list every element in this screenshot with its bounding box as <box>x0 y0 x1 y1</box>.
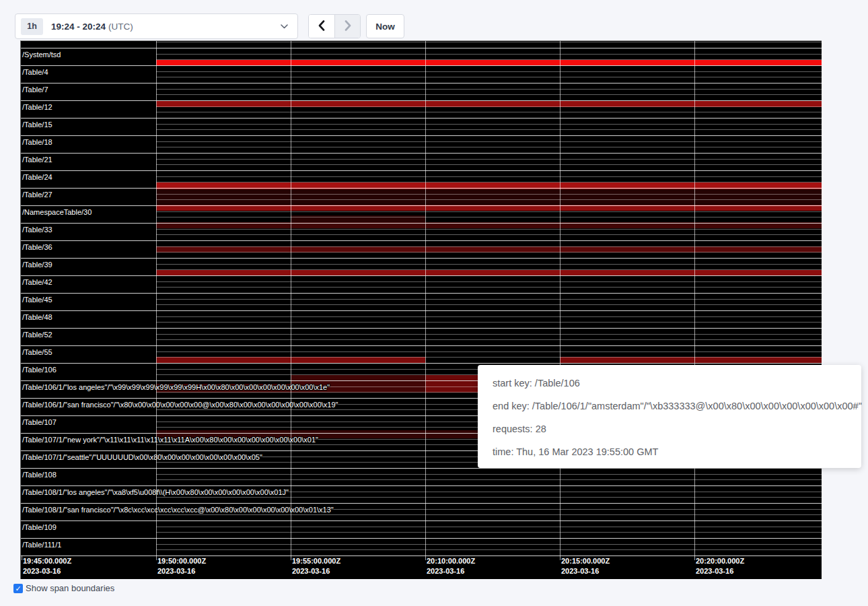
row-label: /Table/52 <box>22 331 52 339</box>
row-boundary-line <box>21 65 822 66</box>
range-text: 19:24 - 20:24 <box>51 22 106 32</box>
axis-tick <box>22 556 22 560</box>
axis-tick-time: 19:50:00.000Z <box>157 557 206 565</box>
row-boundary-line <box>21 188 822 189</box>
row-boundary-line <box>21 503 822 504</box>
span-boundary-line <box>156 234 822 235</box>
row-label: /Table/42 <box>22 278 52 286</box>
span-boundary-line <box>156 217 822 217</box>
row-boundary-line <box>21 310 822 311</box>
row-boundary-line <box>21 118 822 119</box>
span-boundary-line <box>156 129 822 130</box>
row-boundary-line <box>21 135 822 136</box>
toolbar: 1h 19:24 - 20:24 (UTC) Now <box>0 0 868 40</box>
span-boundary-line <box>156 194 822 195</box>
span-boundary-line <box>156 334 822 335</box>
axis-tick-date: 2023-03-16 <box>157 567 195 575</box>
show-span-boundaries-control[interactable]: ✓ Show span boundaries <box>13 583 114 593</box>
row-boundary-line <box>21 240 822 241</box>
span-boundary-line <box>156 89 822 90</box>
sample-boundary-line <box>694 41 695 560</box>
row-boundary-line <box>21 468 822 469</box>
axis-tick-time: 19:45:00.000Z <box>23 557 71 565</box>
range-nav-group <box>308 14 361 38</box>
axis-tick-date: 2023-03-16 <box>292 567 330 575</box>
span-boundary-line <box>156 106 822 107</box>
row-boundary-line <box>21 258 822 259</box>
show-span-boundaries-label: Show span boundaries <box>26 583 114 593</box>
row-boundary-line <box>21 48 822 48</box>
sample-boundary-line <box>425 41 426 560</box>
row-label: /Table/12 <box>22 103 52 111</box>
row-label: /Table/36 <box>22 243 52 251</box>
row-label: /Table/18 <box>22 138 52 146</box>
sample-boundary-line <box>291 41 291 560</box>
span-boundary-line <box>156 71 822 72</box>
key-visualizer-page: 1h 19:24 - 20:24 (UTC) Now /System/tsd/T… <box>0 0 868 606</box>
span-boundary-line <box>156 141 822 142</box>
chevron-left-icon <box>318 20 325 33</box>
row-label: /Table/108/1/"san francisco"/"\x8c\xcc\x… <box>22 506 334 514</box>
row-boundary-line <box>21 293 822 294</box>
span-boundary-line <box>156 94 822 95</box>
span-boundary-line <box>156 199 822 200</box>
span-boundary-line <box>156 112 822 112</box>
show-span-boundaries-checkbox[interactable]: ✓ <box>13 584 23 593</box>
axis-tick-date: 2023-03-16 <box>561 567 599 575</box>
tooltip-line: requests: 28 <box>493 422 855 436</box>
axis-tick-time: 19:55:00.000Z <box>292 557 340 565</box>
row-boundary-line <box>21 205 822 206</box>
row-label: /Table/24 <box>22 173 52 181</box>
row-boundary-line <box>21 363 822 364</box>
next-range-button[interactable] <box>334 15 360 38</box>
axis-tick-time: 20:20:00.000Z <box>696 557 744 565</box>
span-boundary-line <box>156 351 822 352</box>
span-boundary-line <box>156 264 822 265</box>
span-boundary-line <box>156 339 822 340</box>
axis-tick-time: 20:15:00.000Z <box>561 557 610 565</box>
span-boundary-line <box>156 229 822 230</box>
hover-tooltip: start key: /Table/106end key: /Table/106… <box>478 365 861 468</box>
row-label: /NamespaceTable/30 <box>22 208 92 216</box>
row-label: /Table/33 <box>22 226 52 234</box>
axis-tick-date: 2023-03-16 <box>427 567 464 575</box>
row-label: /Table/107/1/"new york"/"\x11\x11\x11\x1… <box>22 436 318 444</box>
span-boundary-line <box>156 474 822 475</box>
span-boundary-line <box>156 124 822 125</box>
row-label: /Table/7 <box>22 86 48 94</box>
span-boundary-line <box>156 281 822 282</box>
time-range-dropdown[interactable]: 1h 19:24 - 20:24 (UTC) <box>15 13 298 39</box>
row-label: /Table/107 <box>22 418 57 426</box>
span-boundary-line <box>156 304 822 305</box>
sample-boundary-line <box>156 41 157 560</box>
row-label: /Table/39 <box>22 261 52 269</box>
row-label: /Table/106/1/"los angeles"/"\x99\x99\x99… <box>22 383 330 391</box>
span-boundary-line <box>156 532 822 533</box>
span-boundary-line <box>156 164 822 165</box>
row-boundary-line <box>21 520 822 521</box>
row-boundary-line <box>21 275 822 276</box>
chevron-right-icon <box>345 20 351 33</box>
row-label: /Table/108/1/"los angeles"/"\xa8\xf5\u00… <box>22 488 289 496</box>
now-button[interactable]: Now <box>366 14 404 38</box>
span-boundary-line <box>156 497 822 498</box>
span-boundary-line <box>156 54 822 55</box>
span-boundary-line <box>156 316 822 317</box>
row-boundary-line <box>21 485 822 486</box>
span-boundary-line <box>156 299 822 300</box>
heat-band <box>560 357 822 363</box>
row-label: /System/tsd <box>22 50 61 59</box>
row-label: /Table/107/1/"seattle"/"UUUUUUD\x00\x80\… <box>22 453 262 461</box>
key-visualizer-canvas[interactable]: /System/tsd/Table/4/Table/7/Table/12/Tab… <box>20 40 822 579</box>
row-boundary-line <box>21 170 822 171</box>
span-boundary-line <box>156 176 822 177</box>
row-boundary-line <box>21 100 822 101</box>
row-label: /Table/4 <box>22 68 48 76</box>
row-boundary-line <box>21 538 822 539</box>
prev-range-button[interactable] <box>309 15 334 38</box>
row-label: /Table/111/1 <box>22 541 61 549</box>
row-boundary-line <box>21 345 822 346</box>
span-boundary-line <box>156 287 822 288</box>
tooltip-line: end key: /Table/106/1/"amsterdam"/"\xb33… <box>493 399 855 413</box>
row-label: /Table/45 <box>22 296 52 304</box>
